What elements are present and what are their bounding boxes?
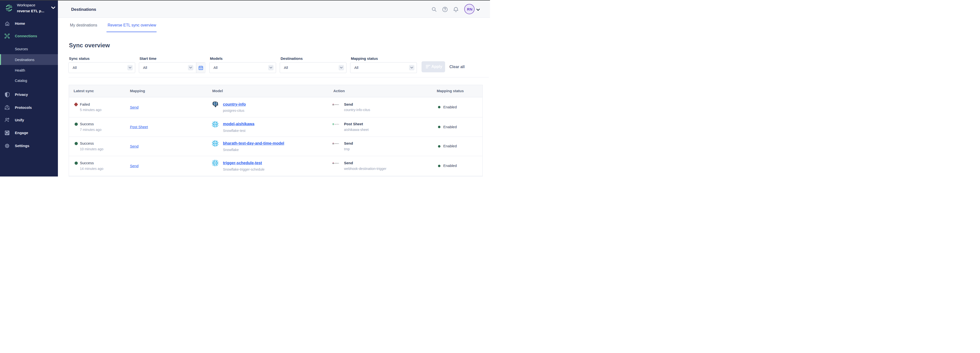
svg-text:webhooks: webhooks [334,163,339,164]
svg-text:Google Sheets: Google Sheets [334,124,339,125]
svg-text:webhooks: webhooks [334,104,339,105]
svg-text:webhooks: webhooks [334,143,339,144]
